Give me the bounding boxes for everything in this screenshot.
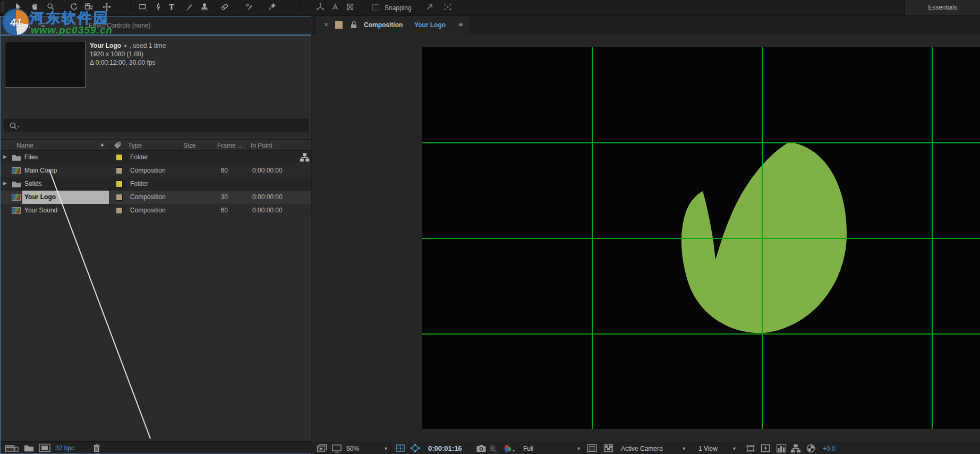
snapping-label[interactable]: Snapping: [385, 4, 412, 12]
brush-tool-icon: [184, 2, 193, 12]
exposure-value[interactable]: +0.0: [823, 445, 836, 452]
column-header-name[interactable]: Name: [16, 142, 33, 149]
snap-options-button[interactable]: [424, 2, 436, 12]
brush-tool-button[interactable]: [183, 2, 194, 12]
view-layout-dropdown-icon[interactable]: ▼: [732, 446, 737, 451]
reset-exposure-button[interactable]: [806, 444, 816, 453]
comp-label-color-swatch[interactable]: [335, 21, 343, 29]
type-tool-button[interactable]: T: [166, 2, 177, 12]
column-divider[interactable]: [214, 141, 214, 150]
view-axis-mode-button[interactable]: [344, 2, 356, 12]
new-composition-button[interactable]: [39, 443, 50, 452]
item-name[interactable]: Files: [24, 153, 38, 161]
label-color-swatch[interactable]: [116, 194, 123, 201]
list-item-solids[interactable]: ▶ Solids Folder: [1, 177, 311, 191]
new-folder-button[interactable]: [24, 443, 34, 452]
comp-flowchart-button[interactable]: [790, 444, 801, 453]
list-item-files[interactable]: ▶ Files Folder: [1, 151, 311, 164]
view-layout-selector[interactable]: 1 View: [698, 445, 718, 452]
label-color-swatch[interactable]: [116, 207, 123, 214]
column-divider[interactable]: [110, 141, 110, 150]
panel-menu-icon[interactable]: ≡: [458, 20, 463, 29]
column-divider[interactable]: [180, 141, 180, 150]
column-divider[interactable]: [124, 141, 124, 150]
transparency-grid-button[interactable]: [603, 444, 613, 453]
main-viewer-button[interactable]: [331, 444, 342, 453]
trash-icon[interactable]: [92, 443, 101, 453]
composition-canvas[interactable]: [422, 47, 980, 429]
always-preview-view-button[interactable]: [317, 444, 327, 453]
interpret-footage-button[interactable]: [5, 443, 19, 453]
view-axis-icon: [345, 2, 355, 12]
current-time-display[interactable]: 0:00:01:16: [428, 444, 462, 452]
column-header-frame-rate[interactable]: Frame ...: [217, 142, 243, 149]
composition-viewer[interactable]: [312, 34, 980, 442]
magnification-dropdown-icon[interactable]: ▼: [384, 446, 388, 451]
composition-panel-tabbar: × Composition Your Logo ≡: [312, 16, 980, 34]
label-color-swatch[interactable]: [116, 181, 123, 187]
column-divider[interactable]: [248, 141, 248, 150]
snap-bounds-button[interactable]: [442, 2, 454, 12]
resolution-value[interactable]: Full: [523, 445, 533, 452]
column-header-type[interactable]: Type: [128, 142, 142, 149]
column-header-size[interactable]: Size: [183, 142, 195, 149]
timeline-button[interactable]: [776, 444, 787, 453]
lock-icon[interactable]: [349, 20, 359, 30]
toolbar-separator: [299, 2, 300, 11]
composition-icon: [12, 194, 21, 201]
clone-stamp-tool-button[interactable]: [199, 2, 210, 12]
item-name[interactable]: Your Sound: [24, 207, 57, 214]
eraser-tool-button[interactable]: [219, 2, 231, 12]
item-frame-rate: 60: [212, 167, 228, 174]
item-name[interactable]: Your Logo: [24, 193, 56, 201]
magnification-value[interactable]: 50%: [346, 445, 359, 452]
toggle-mask-visibility-button[interactable]: [410, 444, 420, 453]
snap-bounds-icon: [443, 2, 453, 12]
puppet-pin-tool-button[interactable]: [267, 2, 278, 12]
share-view-options-button[interactable]: [745, 444, 756, 453]
item-name[interactable]: Main Comp: [24, 167, 57, 174]
column-header-in-point[interactable]: In Point: [251, 142, 272, 149]
roto-brush-tool-button[interactable]: [243, 2, 255, 12]
comp-tab-comp-name[interactable]: Your Logo: [414, 21, 446, 29]
flowchart-icon[interactable]: [300, 152, 310, 162]
sort-ascending-icon[interactable]: ▲: [100, 142, 105, 147]
world-axis-mode-button[interactable]: [329, 2, 341, 12]
fast-previews-button[interactable]: [761, 444, 771, 453]
grid-and-guides-button[interactable]: [395, 444, 405, 453]
label-column-icon[interactable]: [113, 141, 122, 150]
list-item-your-logo-selected[interactable]: Your Logo Composition 30 0:00:00:00: [1, 191, 311, 204]
expander-icon[interactable]: ▶: [3, 181, 7, 186]
info-dropdown-icon[interactable]: ▼: [123, 44, 127, 49]
item-type: Composition: [130, 207, 166, 214]
grid-line-horizontal: [422, 238, 980, 239]
search-input[interactable]: [4, 119, 308, 132]
3d-view-dropdown-icon[interactable]: ▼: [681, 446, 686, 451]
project-panel: Project ≡ Effect Controls (none) Your Lo…: [0, 16, 311, 454]
workspace-tab-essentials[interactable]: Essentials: [905, 4, 980, 11]
region-of-interest-button[interactable]: [587, 444, 597, 453]
expander-icon[interactable]: ▶: [3, 154, 7, 159]
project-bit-depth[interactable]: 32 bpc: [55, 444, 74, 452]
take-snapshot-button[interactable]: [476, 444, 487, 453]
list-item-your-sound[interactable]: Your Sound Composition 60 0:00:00:00: [1, 204, 311, 217]
project-panel-footer: 32 bpc: [1, 441, 311, 453]
tab-composition[interactable]: × Composition Your Logo ≡: [316, 16, 470, 34]
label-color-swatch[interactable]: [116, 154, 123, 161]
resolution-dropdown-icon[interactable]: ▼: [576, 446, 581, 451]
item-name[interactable]: Solids: [24, 180, 42, 187]
composition-icon: [12, 207, 21, 214]
label-color-swatch[interactable]: [116, 167, 123, 174]
local-axis-mode-button[interactable]: [314, 2, 326, 12]
show-channel-button[interactable]: [502, 444, 515, 453]
show-snapshot-button[interactable]: [488, 444, 499, 453]
item-info-name: Your Logo: [90, 42, 121, 49]
composition-toolbar: 50% ▼ 0:00:01:16 Full ▼ Active Camera ▼ …: [312, 442, 980, 454]
snapping-checkbox[interactable]: [372, 4, 379, 11]
3d-view-selector[interactable]: Active Camera: [621, 445, 663, 452]
search-icon[interactable]: [8, 122, 21, 131]
workspace-switcher[interactable]: Essentials: [905, 0, 980, 15]
puppet-pin-tool-icon: [268, 2, 277, 12]
list-item-main-comp[interactable]: Main Comp Composition 60 0:00:00:00: [1, 164, 311, 177]
close-icon[interactable]: ×: [324, 20, 328, 29]
